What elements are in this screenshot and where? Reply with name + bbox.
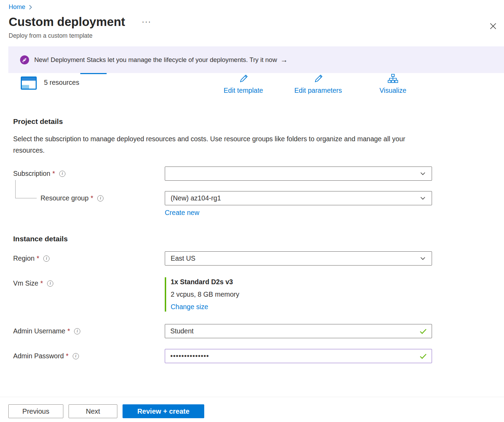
create-new-row: Create new <box>165 209 432 217</box>
region-label: Region <box>13 254 35 262</box>
region-label-cell: Region * i <box>13 254 165 262</box>
template-icon <box>21 77 37 90</box>
page-title: Custom deployment <box>9 15 125 29</box>
info-icon[interactable]: i <box>59 171 65 177</box>
subscription-dropdown[interactable] <box>165 167 432 181</box>
change-size-link[interactable]: Change size <box>171 303 208 311</box>
admin-username-label: Admin Username <box>13 327 65 335</box>
required-marker: * <box>52 170 55 178</box>
admin-username-label-cell: Admin Username * i <box>13 327 165 335</box>
more-options-button[interactable]: ··· <box>142 17 151 26</box>
pencil-icon <box>238 74 249 86</box>
create-new-link[interactable]: Create new <box>165 209 199 217</box>
visualize-label: Visualize <box>379 87 406 95</box>
admin-password-row: Admin Password * i <box>13 349 432 363</box>
edit-template-button[interactable]: Edit template <box>224 74 263 95</box>
required-marker: * <box>68 327 70 335</box>
vm-size-label-cell: Vm Size * i <box>13 277 165 287</box>
info-icon[interactable]: i <box>74 328 80 334</box>
region-dropdown[interactable]: East US <box>165 251 432 266</box>
vm-size-label: Vm Size <box>13 279 38 287</box>
chevron-down-icon <box>420 172 425 175</box>
resource-group-row: Resource group * i (New) az104-rg1 <box>13 191 432 205</box>
deployment-form: Subscription * i Resource group * i (New… <box>13 167 432 363</box>
resource-group-dropdown[interactable]: (New) az104-rg1 <box>165 191 432 205</box>
subscription-row: Subscription * i <box>13 167 432 181</box>
breadcrumb-home-link[interactable]: Home <box>9 3 25 11</box>
deployment-stacks-banner[interactable]: New! Deployment Stacks let you manage th… <box>8 46 504 73</box>
resource-group-label: Resource group <box>40 194 89 202</box>
rocket-icon <box>20 55 29 64</box>
review-create-button[interactable]: Review + create <box>123 404 204 418</box>
instance-details-heading: Instance details <box>13 235 432 243</box>
vm-size-summary: 1x Standard D2s v3 2 vcpus, 8 GB memory … <box>165 277 239 312</box>
chevron-down-icon <box>420 257 425 260</box>
edit-parameters-button[interactable]: Edit parameters <box>294 74 342 95</box>
page-subtitle: Deploy from a custom template <box>0 32 504 39</box>
edit-parameters-label: Edit parameters <box>294 87 342 95</box>
subscription-label: Subscription <box>13 170 50 178</box>
chevron-down-icon <box>420 197 425 200</box>
info-icon[interactable]: i <box>43 255 50 262</box>
project-details-description: Select the subscription to manage deploy… <box>13 133 411 156</box>
subscription-label-cell: Subscription * i <box>13 170 165 178</box>
vm-size-row: Vm Size * i 1x Standard D2s v3 2 vcpus, … <box>13 277 432 312</box>
clipped-element-fragment <box>80 73 107 74</box>
page-header: Custom deployment ··· <box>0 15 504 29</box>
breadcrumb-chevron-icon <box>29 5 32 10</box>
template-action-bar: 5 resources Edit template Edit parameter… <box>0 73 504 101</box>
region-row: Region * i East US <box>13 251 432 266</box>
info-icon[interactable]: i <box>73 353 79 359</box>
vm-size-specs: 2 vcpus, 8 GB memory <box>171 290 239 298</box>
project-details-heading: Project details <box>13 117 504 126</box>
banner-message: New! Deployment Stacks let you manage th… <box>34 56 277 64</box>
edit-template-label: Edit template <box>224 87 263 95</box>
close-icon[interactable] <box>490 23 496 29</box>
tree-connector <box>15 180 37 198</box>
valid-check-icon <box>420 329 427 334</box>
admin-username-input[interactable] <box>165 324 432 338</box>
admin-password-label: Admin Password <box>13 352 64 360</box>
admin-password-label-cell: Admin Password * i <box>13 352 165 360</box>
valid-check-icon <box>420 353 427 359</box>
breadcrumb: Home <box>0 0 504 11</box>
info-icon[interactable]: i <box>97 195 104 201</box>
resource-group-value: (New) az104-rg1 <box>171 194 221 202</box>
next-button[interactable]: Next <box>69 404 117 418</box>
required-marker: * <box>91 194 93 202</box>
resources-count-label: 5 resources <box>44 79 79 87</box>
previous-button[interactable]: Previous <box>8 404 63 418</box>
required-marker: * <box>40 279 43 287</box>
info-icon[interactable]: i <box>47 280 53 287</box>
region-value: East US <box>171 254 196 262</box>
required-marker: * <box>66 352 69 360</box>
pencil-icon <box>313 74 323 86</box>
admin-username-row: Admin Username * i <box>13 324 432 338</box>
footer-divider <box>0 397 504 397</box>
footer-actions: Previous Next Review + create <box>8 404 204 418</box>
arrow-right-icon: → <box>280 56 288 64</box>
required-marker: * <box>37 254 39 262</box>
visualize-button[interactable]: Visualize <box>379 74 406 95</box>
admin-password-input[interactable] <box>165 349 432 363</box>
org-chart-icon <box>387 74 399 86</box>
vm-size-value: 1x Standard D2s v3 <box>171 278 239 286</box>
